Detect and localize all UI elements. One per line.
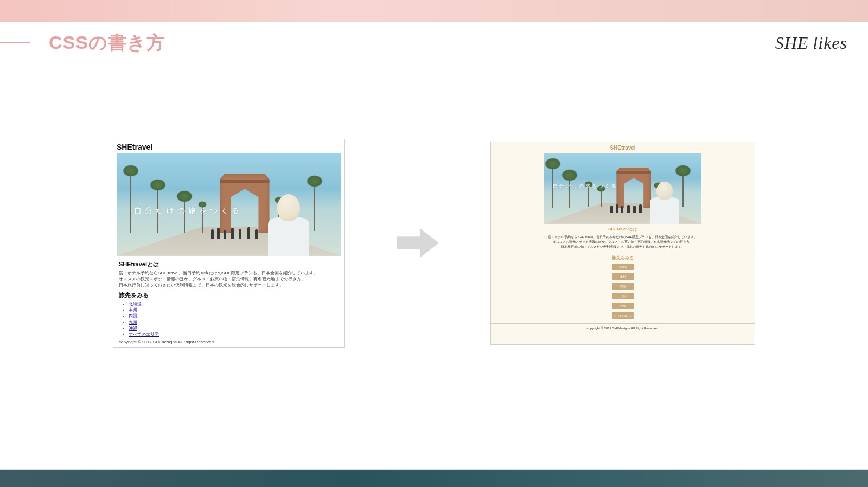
after-desc-line: 日本旅行前に知っておきたい便利情報まで、日本の観光を総合的にサポートします。 — [502, 245, 744, 249]
after-dest-button[interactable]: 九州 — [612, 293, 634, 299]
before-dest-link[interactable]: 北海道 — [129, 301, 339, 307]
before-dest-list: 北海道 本州 四国 九州 沖縄 すべてのエリア — [119, 301, 339, 337]
after-dest-heading: 旅先をみる — [491, 253, 755, 262]
after-desc-line: オススメの観光スポット情報のほか、グルメ・お買い物・宿泊情報、有名観光地までの行… — [502, 240, 744, 245]
brand-she: SHE — [775, 33, 809, 53]
after-hero-caption: 自分だけの旅をつくる — [553, 183, 618, 190]
before-hero-caption: 自分だけの旅をつくる — [134, 206, 242, 216]
before-desc-line: 日本旅行前に知っておきたい便利情報まで、日本の観光を総合的にサポートします。 — [119, 282, 339, 288]
top-band — [0, 0, 868, 22]
comparison-row: SHEtravel — [113, 118, 755, 368]
after-about-desc: 宿・ホテル予約ならSHE travel。当日予約や今だけのSHE限定プランも。日… — [491, 234, 755, 253]
before-dest-link[interactable]: 沖縄 — [129, 325, 339, 331]
before-dest-link[interactable]: 本州 — [129, 307, 339, 313]
before-copyright: copyright © 2017 SHEdesigns All Right Re… — [119, 339, 339, 344]
slide: CSSの書き方 SHE likes SHEtravel — [0, 0, 868, 487]
after-dest-button[interactable]: 本州 — [612, 273, 634, 280]
slide-title: CSSの書き方 — [49, 30, 165, 55]
before-site-title: SHEtravel — [117, 143, 341, 151]
title-wrap: CSSの書き方 — [0, 30, 165, 55]
brand-likes: likes — [813, 33, 847, 53]
after-dest-button[interactable]: 北海道 — [612, 264, 634, 270]
before-about-section: SHEtravelとは 宿・ホテル予約ならSHE travel。当日予約や今だけ… — [117, 256, 341, 345]
before-about-desc: 宿・ホテル予約ならSHE travel。当日予約や今だけのSHE限定プランも。日… — [119, 270, 339, 289]
after-desc-line: 宿・ホテル予約ならSHE travel。当日予約や今だけのSHE限定プランも。日… — [502, 235, 744, 240]
before-desc-line: オススメの観光スポット情報のほか、グルメ・お買い物・宿泊情報、有名観光地までの行… — [119, 276, 339, 282]
before-hero-image: 自分だけの旅をつくる — [117, 153, 341, 256]
bottom-band — [0, 469, 868, 487]
after-about-heading: SHEtravelとは — [491, 224, 755, 234]
title-row: CSSの書き方 SHE likes — [0, 30, 868, 55]
before-dest-link[interactable]: すべてのエリア — [129, 331, 339, 337]
after-hero-image: 自分だけの旅をつくる — [544, 153, 701, 224]
before-dest-link[interactable]: 四国 — [129, 313, 339, 319]
after-dest-list: 北海道 本州 四国 九州 沖縄 すべてのエリア — [491, 262, 755, 323]
brand-logo: SHE likes — [775, 33, 847, 53]
arrow-icon — [393, 221, 442, 265]
after-panel: SHEtravel — [490, 142, 755, 345]
before-panel: SHEtravel — [113, 139, 345, 348]
before-about-heading: SHEtravelとは — [119, 260, 339, 268]
after-dest-button[interactable]: すべてのエリア — [612, 312, 634, 319]
after-copyright: copyright © 2017 SHEdesigns All Right Re… — [491, 323, 755, 332]
before-dest-link[interactable]: 九州 — [129, 319, 339, 325]
title-accent-line — [0, 42, 30, 43]
before-dest-heading: 旅先をみる — [119, 291, 339, 299]
before-desc-line: 宿・ホテル予約ならSHE travel。当日予約や今だけのSHE限定プランも。日… — [119, 270, 339, 276]
after-site-title: SHEtravel — [491, 142, 755, 153]
after-dest-button[interactable]: 四国 — [612, 283, 634, 290]
svg-marker-0 — [397, 228, 439, 258]
after-dest-button[interactable]: 沖縄 — [612, 303, 634, 309]
